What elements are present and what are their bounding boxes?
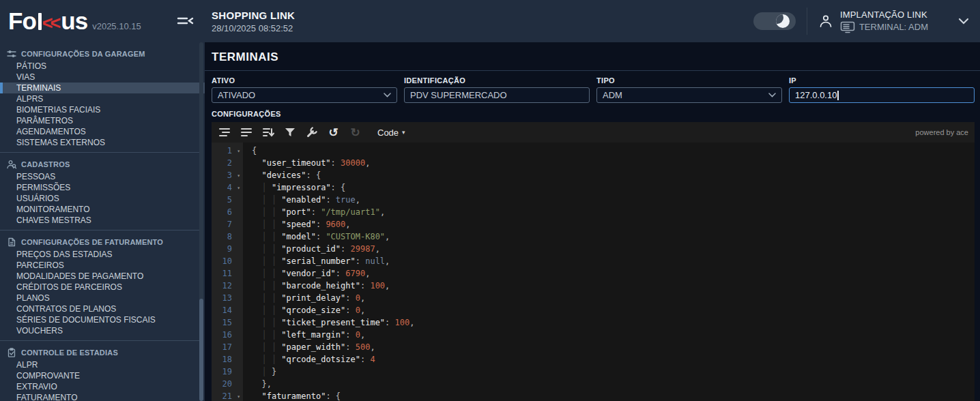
fold-toggle-icon[interactable]: ▾ (237, 182, 240, 194)
sidebar-section-label: CONTROLE DE ESTADIAS (21, 348, 118, 357)
sidebar-item-monitoramento[interactable]: MONITORAMENTO (0, 204, 202, 215)
tipo-select[interactable]: ADM (596, 87, 782, 103)
title-divider (205, 70, 980, 71)
sidebar-scrollbar-thumb[interactable] (199, 299, 203, 401)
code-line: 1▾{ (212, 145, 975, 157)
sidebar-item-alprs[interactable]: ALPRS (0, 93, 205, 104)
sort-icon[interactable] (261, 126, 274, 139)
line-number: 21▾ (212, 390, 243, 401)
code-text: │ │ "print_delay": 0, (243, 292, 365, 304)
fold-toggle-icon[interactable]: ▾ (237, 391, 240, 401)
code-line: 4▾ │ "impressora": { (212, 181, 975, 194)
field-label: TIPO (596, 76, 782, 85)
sidebar-section: CADASTROSPESSOASPERMISSÕESUSUÁRIOSMONITO… (0, 152, 202, 226)
chevron-down-icon[interactable] (958, 18, 969, 25)
field-label: IP (789, 76, 975, 85)
terminal-row: TERMINAL: ADM (840, 21, 928, 33)
repair-icon[interactable] (305, 126, 318, 139)
sidebar-item-vias[interactable]: VIAS (0, 72, 205, 83)
sidebar-item-agendamentos[interactable]: AGENDAMENTOS (0, 126, 205, 137)
sidebar-item-extravio[interactable]: EXTRAVIO (0, 381, 202, 392)
filter-icon[interactable] (283, 126, 296, 139)
code-area[interactable]: 1▾{2 "user_timeout": 30000,3▾ "devices":… (212, 143, 975, 401)
indent-guide: │ │ (252, 318, 281, 327)
ativo-select[interactable]: ATIVADO (212, 87, 397, 103)
code-line: 10 │ │ "serial_number": null, (212, 255, 975, 267)
line-number: 8 (212, 231, 243, 243)
sidebar-item-terminais[interactable]: TERMINAIS (0, 83, 205, 93)
sidebar: Fo<<us v2025.10.15 CONFIGURAÇÕES DA GARA… (0, 0, 205, 401)
field-ativo: ATIVOATIVADO (212, 76, 397, 103)
code-text: }, (243, 378, 272, 390)
compact-icon[interactable] (240, 126, 253, 139)
code-line: 14 │ │ "qrcode_size": 0, (212, 304, 975, 316)
code-line: 20 }, (212, 378, 975, 390)
sidebar-section-header: CADASTROS (0, 157, 202, 171)
terminal-icon (840, 21, 855, 33)
sidebar-item-comprovante[interactable]: COMPROVANTE (0, 370, 202, 381)
sidebar-item-faturamento[interactable]: FATURAMENTO (0, 392, 202, 401)
sidebar-item-patios[interactable]: PÁTIOS (0, 61, 205, 72)
sidebar-item-parametros[interactable]: PARÂMETROS (0, 115, 205, 126)
input-value: 127.0.0.10 (795, 90, 839, 101)
sidebar-item-vouchers[interactable]: VOUCHERS (0, 325, 202, 336)
sidebar-collapse-icon[interactable] (176, 14, 194, 29)
account-menu[interactable]: IMPLANTAÇÃO LINK TERMINAL: ADM (818, 10, 928, 33)
code-line: 3▾ "devices": { (212, 169, 975, 181)
indent-guide: │ │ (252, 256, 281, 266)
page-title: TERMINAIS (212, 50, 975, 64)
indent-guide (252, 391, 261, 401)
ip-input[interactable]: 127.0.0.10 (789, 87, 975, 103)
line-number: 17 (212, 341, 243, 353)
input-value: PDV SUPERMERCADO (410, 90, 507, 100)
field-ip: IP127.0.0.10 (789, 76, 975, 103)
line-number: 15 (212, 316, 243, 329)
sidebar-item-precos-das-estadias[interactable]: PREÇOS DAS ESTADIAS (0, 249, 202, 260)
code-line: 5 │ │ "enabled": true, (212, 194, 975, 206)
sidebar-item-chaves-mestras[interactable]: CHAVES MESTRAS (0, 215, 202, 226)
logo-area: Fo<<us v2025.10.15 (0, 0, 205, 42)
sidebar-item-pessoas[interactable]: PESSOAS (0, 171, 202, 182)
fold-toggle-icon[interactable]: ▾ (237, 145, 240, 158)
select-value: ATIVADO (218, 90, 255, 100)
sidebar-item-planos[interactable]: PLANOS (0, 293, 202, 303)
indent-guide: │ │ (252, 281, 281, 291)
redo-icon[interactable]: ↻ (349, 126, 362, 139)
sidebar-item-sistemas-externos[interactable]: SISTEMAS EXTERNOS (0, 137, 205, 148)
line-number: 3▾ (212, 169, 243, 181)
indent-guide: │ │ (252, 244, 281, 254)
line-number: 4▾ (212, 181, 243, 194)
sidebar-item-modalidades-de-pagamento[interactable]: MODALIDADES DE PAGAMENTO (0, 271, 202, 282)
powered-by-ace: powered by ace (915, 128, 968, 136)
field-label: ATIVO (212, 76, 397, 85)
code-text: │ │ "model": "CUSTOM-K80", (243, 231, 390, 243)
sidebar-item-contratos-de-planos[interactable]: CONTRATOS DE PLANOS (0, 303, 202, 314)
indent-guide (252, 170, 261, 180)
sidebar-item-alpr[interactable]: ALPR (0, 359, 202, 370)
sidebar-item-series-de-documentos-fiscais[interactable]: SÉRIES DE DOCUMENTOS FISCAIS (0, 314, 202, 325)
app-version: v2025.10.15 (92, 21, 141, 31)
sidebar-item-creditos-de-parceiros[interactable]: CRÉDITOS DE PARCEIROS (0, 282, 202, 293)
dark-mode-toggle[interactable] (753, 12, 796, 30)
code-text: "faturamento": { (243, 390, 341, 401)
code-line: 13 │ │ "print_delay": 0, (212, 292, 975, 304)
line-number: 11 (212, 267, 243, 280)
header-divider (807, 8, 807, 35)
line-number: 10 (212, 255, 243, 267)
mode-select-button[interactable]: Code ▾ (377, 128, 405, 138)
undo-icon[interactable]: ↺ (327, 126, 340, 139)
indent-guide: │ │ (252, 330, 281, 340)
identificacao-input[interactable]: PDV SUPERMERCADO (404, 87, 590, 103)
fold-toggle-icon[interactable]: ▾ (237, 170, 240, 182)
code-text: "devices": { (243, 169, 321, 181)
sidebar-item-usuarios[interactable]: USUÁRIOS (0, 193, 202, 204)
sidebar-item-parceiros[interactable]: PARCEIROS (0, 260, 202, 271)
code-text: │ │ "vendor_id": 6790, (243, 267, 370, 280)
sidebar-item-permissoes[interactable]: PERMISSÕES (0, 182, 202, 193)
sidebar-item-biometrias-faciais[interactable]: BIOMETRIAS FACIAIS (0, 104, 205, 115)
sidebar-section-header: CONFIGURAÇÕES DA GARAGEM (0, 46, 205, 61)
format-icon[interactable] (218, 126, 231, 139)
line-number: 16 (212, 329, 243, 341)
line-number: 2 (212, 157, 243, 169)
indent-guide: │ │ (252, 306, 281, 315)
